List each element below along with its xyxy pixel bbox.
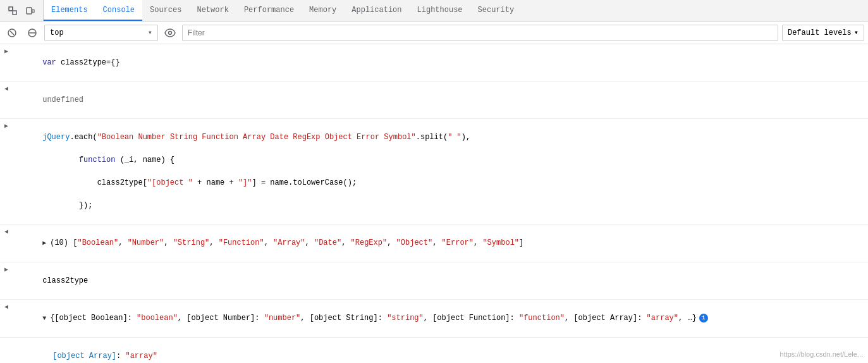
tab-performance[interactable]: Performance — [236, 0, 302, 21]
filter-input[interactable] — [182, 25, 778, 41]
tab-elements[interactable]: Elements — [44, 0, 95, 21]
svg-rect-4 — [27, 8, 32, 14]
tab-security[interactable]: Security — [470, 0, 522, 21]
tab-sources-label: Sources — [150, 6, 181, 15]
expand-arrow[interactable]: ▶ — [0, 119, 13, 130]
tab-lighthouse[interactable]: Lighthouse — [410, 0, 470, 21]
tab-application-label: Application — [351, 6, 401, 15]
console-line: ◀ undefined — [0, 82, 868, 119]
line-content: undefined — [13, 82, 868, 118]
log-levels-arrow-icon: ▾ — [854, 28, 859, 37]
console-line: ◀ ▼{[object Boolean]: "boolean", [object… — [0, 300, 868, 338]
svg-rect-5 — [32, 9, 34, 13]
live-expressions-icon[interactable] — [162, 25, 178, 41]
output-gutter: ◀ — [0, 300, 13, 311]
console-line: ▶ jQuery.each("Boolean Number String Fun… — [0, 119, 868, 225]
line-content: var class2type={} — [13, 44, 868, 81]
expand-arrow[interactable]: ▶ — [0, 44, 13, 55]
tab-elements-label: Elements — [51, 6, 88, 15]
output-gutter: ◀ — [0, 82, 13, 92]
context-label: top — [50, 28, 145, 37]
context-selector[interactable]: top ▾ — [44, 25, 158, 41]
line-content: jQuery.each("Boolean Number String Funct… — [13, 119, 868, 224]
tab-sources[interactable]: Sources — [142, 0, 189, 21]
info-icon[interactable]: i — [699, 314, 708, 323]
svg-line-7 — [10, 31, 14, 35]
line-content: [object Array]: "array" — [23, 338, 868, 363]
line-content: class2type — [13, 262, 868, 299]
block-network-icon[interactable] — [24, 25, 40, 41]
console-line: ▶ class2type — [0, 262, 868, 300]
tab-application[interactable]: Application — [344, 0, 409, 21]
console-output: ▶ var class2type={} ◀ undefined ▶ jQuery… — [0, 44, 868, 363]
chevron-down-icon: ▾ — [148, 28, 152, 37]
output-gutter: ◀ — [0, 225, 13, 235]
watermark: https://blog.csdn.net/Lele... — [780, 350, 863, 358]
line-content: ▼{[object Boolean]: "boolean", [object N… — [13, 300, 868, 337]
svg-rect-1 — [13, 11, 16, 15]
tab-memory[interactable]: Memory — [302, 0, 344, 21]
tab-network-label: Network — [197, 6, 228, 15]
console-toolbar: top ▾ Default levels ▾ — [0, 22, 868, 44]
collapse-toggle-obj[interactable]: ▼ — [42, 313, 50, 324]
tab-memory-label: Memory — [309, 6, 336, 15]
svg-rect-0 — [9, 7, 13, 11]
line-content: ▶(10) ["Boolean", "Number", "String", "F… — [13, 225, 868, 262]
collapse-toggle[interactable]: ▶ — [42, 238, 50, 249]
log-levels-button[interactable]: Default levels ▾ — [782, 25, 864, 41]
tab-lighthouse-label: Lighthouse — [417, 6, 463, 15]
tab-bar: Elements Console Sources Network Perform… — [0, 0, 868, 22]
inspect-element-icon[interactable] — [5, 3, 20, 18]
svg-point-10 — [169, 31, 172, 34]
console-line: ▶ var class2type={} — [0, 44, 868, 82]
tab-performance-label: Performance — [244, 6, 294, 15]
log-levels-label: Default levels — [788, 28, 852, 37]
expand-arrow[interactable]: ▶ — [0, 262, 13, 273]
tab-security-label: Security — [478, 6, 515, 15]
obj-entry-line: [object Array]: "array" — [0, 338, 868, 363]
devtools-icons — [0, 0, 44, 21]
tab-console-label: Console — [103, 6, 135, 15]
device-toolbar-icon[interactable] — [23, 3, 38, 18]
tab-network[interactable]: Network — [189, 0, 236, 21]
console-line: ◀ ▶(10) ["Boolean", "Number", "String", … — [0, 225, 868, 262]
clear-console-icon[interactable] — [4, 25, 20, 41]
tab-console[interactable]: Console — [95, 0, 142, 21]
